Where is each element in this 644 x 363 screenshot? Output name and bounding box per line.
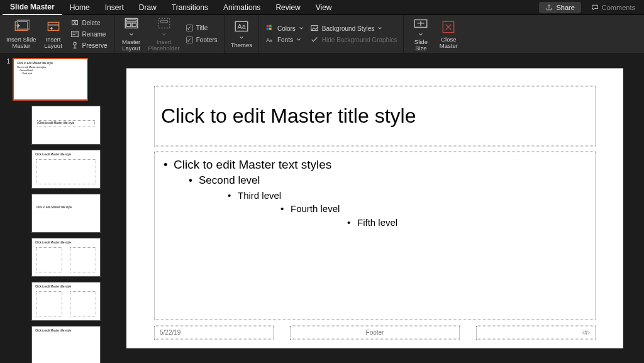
thumb-title: Click to edit Master title style [17,62,84,65]
svg-rect-10 [132,23,136,26]
fonts-label: Fonts [277,36,293,43]
thumb-title: Click to edit Master title style [35,241,97,244]
master-layout-button[interactable]: Master Layout [121,16,142,52]
tab-home[interactable]: Home [62,1,97,14]
insert-layout-icon [45,20,62,35]
body-placeholder[interactable]: Click to edit Master text styles Second … [154,151,596,320]
comments-button[interactable]: Comments [585,2,641,13]
svg-rect-5 [71,31,78,37]
ribbon-group-themes: Aa Themes [225,15,259,53]
tab-animations[interactable]: Animations [216,1,268,14]
date-text: 5/22/19 [160,329,180,336]
svg-rect-18 [269,28,272,30]
slide-size-button[interactable]: Slide Size [410,16,431,52]
slide-canvas-area[interactable]: Click to edit Master title style Click t… [106,53,644,363]
insert-slide-master-label: Insert Slide Master [6,36,36,49]
title-check-label: Title [196,25,208,31]
chevron-down-icon [418,32,423,37]
body-lvl3: Third level [238,189,281,200]
delete-label: Delete [82,20,101,26]
placeholder-checks: Title Footers [186,25,218,43]
footers-check-label: Footers [196,36,218,43]
layout-thumbnail[interactable]: Click to edit Master title style [31,106,101,145]
share-icon [545,4,553,11]
insert-slide-master-button[interactable]: Insert Slide Master [6,20,36,49]
footer-placeholder[interactable]: Footer [290,325,460,339]
themes-button[interactable]: Aa Themes [231,20,252,48]
master-layout-label: Master Layout [122,39,140,52]
close-master-button[interactable]: Close Master [438,20,459,49]
svg-rect-8 [126,20,136,22]
close-master-label: Close Master [440,36,458,49]
slide-size-label: Slide Size [414,39,428,52]
close-icon [440,20,457,35]
hide-background-checkbox[interactable]: Hide Background Graphics [310,35,397,44]
master-number: 1 [3,58,10,65]
fonts-button[interactable]: Aa Fonts [265,35,304,44]
thumb-title: Click to edit Master title style [35,285,97,288]
svg-rect-9 [126,23,131,26]
checkbox-icon [186,36,193,43]
master-slide: Click to edit Master title style Click t… [126,68,623,348]
layout-thumbnail[interactable]: Click to edit Master title style [31,282,101,321]
workspace: 1 Click to edit Master title style Click… [0,53,644,363]
menu-bar: Slide Master Home Insert Draw Transition… [0,0,644,15]
date-placeholder[interactable]: 5/22/19 [154,325,274,339]
svg-rect-11 [158,18,169,28]
share-button[interactable]: Share [539,2,580,13]
master-layout-icon [123,16,140,31]
layout-thumbnail[interactable]: Click to edit Master title style [31,194,101,233]
ribbon-group-layout: Master Layout Insert Placeholder Title F… [114,15,225,53]
master-thumbnail[interactable]: Click to edit Master title style Click t… [13,58,88,101]
insert-placeholder-button[interactable]: Insert Placeholder [148,16,180,52]
rename-icon [70,30,79,38]
insert-slide-master-icon [13,20,30,35]
tab-slide-master[interactable]: Slide Master [3,0,62,15]
insert-layout-label: Insert Layout [44,36,62,49]
body-lvl1: Click to edit Master text styles [174,157,331,170]
title-text: Click to edit Master title style [161,104,416,128]
layout-thumbnail[interactable]: Click to edit Master title style [31,150,101,189]
fonts-icon: Aa [265,35,274,44]
insert-placeholder-label: Insert Placeholder [148,39,180,52]
chevron-down-icon [129,32,134,37]
tab-draw[interactable]: Draw [131,1,164,14]
slide-number-text: ‹#› [582,329,590,336]
svg-rect-2 [48,22,58,30]
thumbnail-panel[interactable]: 1 Click to edit Master title style Click… [0,53,106,363]
thumb-title: Click to edit Master title style [35,329,97,332]
tab-view[interactable]: View [308,1,340,14]
rename-button[interactable]: Rename [70,30,108,38]
tab-review[interactable]: Review [268,1,308,14]
delete-button[interactable]: Delete [70,18,108,27]
background-styles-button[interactable]: Background Styles [310,24,397,33]
layout-thumbnail[interactable]: Click to edit Master title style [31,238,101,277]
svg-rect-16 [269,25,272,28]
ribbon-group-close: Slide Size Close Master [404,15,465,53]
tab-transitions[interactable]: Transitions [164,1,216,14]
chevron-down-icon [296,37,301,42]
thumb-title: Click to edit Master title style [36,206,72,209]
comments-label: Comments [602,4,635,11]
svg-text:Aa: Aa [237,23,246,30]
preserve-button[interactable]: Preserve [70,41,108,50]
themes-label: Themes [231,42,252,48]
body-lvl4: Fourth level [291,203,340,214]
delete-icon [70,18,79,27]
preserve-icon [70,41,79,50]
footers-checkbox[interactable]: Footers [186,36,218,43]
title-checkbox[interactable]: Title [186,25,218,31]
colors-button[interactable]: Colors [265,24,304,33]
svg-text:a: a [270,38,272,43]
layout-thumbnail[interactable]: Click to edit Master title style [31,326,101,363]
slide-number-placeholder[interactable]: ‹#› [476,325,596,339]
master-thumb-row: 1 Click to edit Master title style Click… [3,58,102,101]
share-label: Share [556,4,574,11]
insert-layout-button[interactable]: Insert Layout [43,20,64,49]
ribbon: Insert Slide Master Insert Layout Delete… [0,15,644,53]
colors-icon [265,24,274,33]
chevron-down-icon [377,26,382,31]
slide-size-icon [413,16,429,31]
title-placeholder[interactable]: Click to edit Master title style [154,86,596,146]
tab-insert[interactable]: Insert [97,1,131,14]
